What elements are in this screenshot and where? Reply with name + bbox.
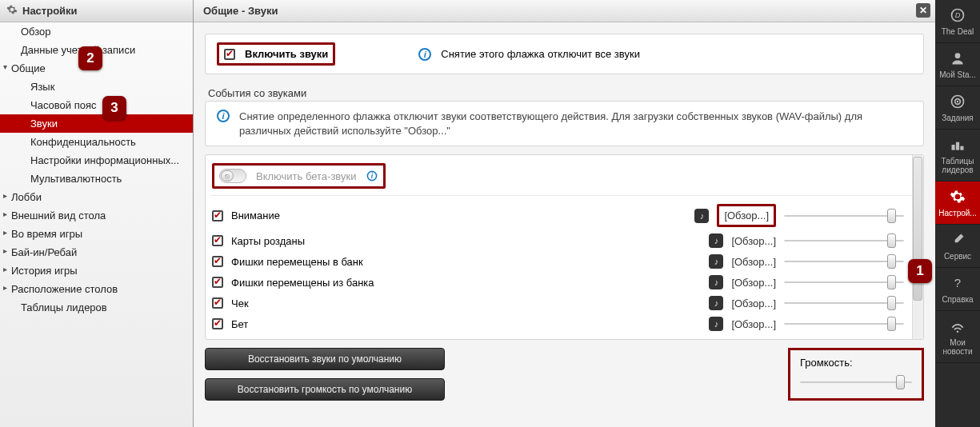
sidebar-group[interactable]: Во время игры — [0, 225, 193, 243]
svg-point-10 — [957, 330, 959, 333]
sidebar-item[interactable]: Язык — [0, 78, 193, 96]
browse-button[interactable]: [Обзор...] — [731, 297, 776, 309]
rail-item-label: Мои новости — [935, 338, 980, 356]
rail-item-deal[interactable]: DThe Deal — [935, 0, 980, 43]
sound-volume-slider[interactable] — [784, 277, 904, 288]
sound-checkbox[interactable] — [212, 210, 223, 221]
sound-name: Внимание — [231, 210, 686, 221]
sidebar-item[interactable]: Настройки информационных... — [0, 151, 193, 170]
right-rail: 1 DThe DealМой Sta...ЗаданияТаблицы лиде… — [935, 0, 980, 427]
sound-checkbox[interactable] — [212, 297, 223, 309]
sound-name: Бет — [231, 318, 701, 330]
tools-icon — [949, 231, 966, 249]
master-volume-slider[interactable] — [800, 377, 912, 388]
news-icon — [949, 317, 966, 335]
info-icon[interactable]: i — [367, 171, 378, 182]
rail-item-label: Справка — [940, 295, 974, 304]
rail-item-label: Таблицы лидеров — [935, 157, 980, 174]
rail-item-news[interactable]: Мои новости — [935, 311, 980, 363]
enable-sounds-checkbox[interactable] — [224, 49, 235, 60]
sound-checkbox[interactable] — [212, 277, 223, 288]
sidebar-item[interactable]: Конфиденциальность — [0, 133, 193, 151]
callout-2: 2 — [78, 46, 102, 70]
svg-point-5 — [957, 101, 959, 103]
sidebar-item[interactable]: Обзор — [0, 22, 193, 41]
svg-rect-7 — [956, 142, 959, 150]
browse-button[interactable]: [Обзор...] — [731, 277, 776, 289]
sound-row: Фишки перемещены в банк[Обзор...] — [210, 251, 918, 272]
close-button[interactable]: ✕ — [916, 3, 930, 18]
rail-item-tools[interactable]: Сервис — [935, 225, 980, 268]
rail-item-user[interactable]: Мой Sta... — [935, 43, 980, 86]
sidebar-title: Настройки — [22, 5, 78, 17]
sidebar-group[interactable]: Расположение столов — [0, 280, 193, 298]
rail-item-label: The Deal — [940, 27, 976, 36]
sound-list: ⦸ Включить бета-звуки i Внимание[Обзор..… — [205, 154, 924, 340]
sidebar-list: ОбзорДанные учетной записиОбщиеЯзыкЧасов… — [0, 22, 193, 427]
main-header: Общие - Звуки ✕ — [194, 0, 935, 22]
svg-rect-6 — [952, 145, 955, 150]
sound-name: Чек — [231, 297, 701, 309]
sidebar-item[interactable]: Мультивалютность — [0, 170, 193, 188]
sound-checkbox[interactable] — [212, 256, 223, 267]
sound-volume-slider[interactable] — [784, 318, 904, 329]
info-icon: i — [418, 48, 431, 61]
play-sound-button[interactable] — [709, 275, 723, 289]
rail-item-target[interactable]: Задания — [935, 86, 980, 130]
page-title: Общие - Звуки — [203, 5, 278, 17]
sound-name: Фишки перемещены в банк — [231, 256, 701, 268]
svg-rect-8 — [960, 146, 963, 150]
sound-volume-slider[interactable] — [784, 210, 904, 221]
sidebar-group[interactable]: Лобби — [0, 188, 193, 206]
rail-item-label: Сервис — [942, 252, 973, 261]
enable-sounds-hint: Снятие этого флажка отключит все звуки — [441, 48, 640, 60]
beta-sounds-label: Включить бета-звуки — [256, 170, 356, 182]
rail-item-help[interactable]: ?Справка — [935, 268, 980, 311]
sidebar-group[interactable]: История игры — [0, 261, 193, 280]
footer: Восстановить звуки по умолчанию Восстано… — [205, 348, 924, 401]
sidebar-group[interactable]: Внешний вид стола — [0, 206, 193, 225]
enable-sounds-label: Включить звуки — [245, 48, 328, 60]
svg-text:?: ? — [954, 276, 961, 289]
svg-point-2 — [955, 53, 961, 58]
info-icon: i — [217, 110, 230, 122]
play-sound-button[interactable] — [709, 317, 723, 331]
browse-button[interactable]: [Обзор...] — [731, 256, 776, 268]
play-sound-button[interactable] — [709, 254, 723, 269]
sidebar-item[interactable]: Часовой пояс — [0, 96, 193, 114]
callout-3: 3 — [102, 96, 126, 120]
user-icon — [949, 50, 966, 67]
sound-volume-slider[interactable] — [784, 256, 904, 267]
gear-icon — [949, 188, 966, 206]
scrollbar[interactable] — [912, 155, 923, 339]
rail-item-gear[interactable]: Настрой... — [935, 182, 980, 225]
sound-volume-slider[interactable] — [784, 297, 904, 309]
sound-checkbox[interactable] — [212, 235, 223, 246]
events-hint: Снятие определенного флажка отключит зву… — [239, 110, 912, 138]
gear-icon — [6, 4, 18, 18]
browse-button[interactable]: [Обзор...] — [731, 235, 776, 247]
rail-item-label: Мой Sta... — [938, 70, 978, 79]
sound-name: Фишки перемещены из банка — [231, 277, 701, 289]
play-sound-button[interactable] — [709, 233, 723, 248]
sound-checkbox[interactable] — [212, 318, 223, 329]
sidebar-group[interactable]: Бай-ин/Ребай — [0, 243, 193, 261]
deal-icon: D — [949, 6, 966, 24]
sidebar-item[interactable]: Таблицы лидеров — [0, 298, 193, 317]
settings-sidebar: Настройки ОбзорДанные учетной записиОбщи… — [0, 0, 194, 427]
help-icon: ? — [949, 274, 966, 292]
play-sound-button[interactable] — [709, 296, 723, 310]
restore-volume-button[interactable]: Восстановить громкость по умолчанию — [205, 378, 445, 401]
restore-sounds-button[interactable]: Восстановить звуки по умолчанию — [205, 348, 445, 370]
sidebar-item[interactable]: Звуки — [0, 114, 193, 133]
rail-item-label: Задания — [940, 114, 975, 122]
events-section-title: События со звуками — [205, 82, 924, 101]
browse-button[interactable]: [Обзор...] — [717, 204, 776, 227]
sound-volume-slider[interactable] — [784, 235, 904, 246]
play-sound-button[interactable] — [694, 209, 709, 223]
rail-item-podium[interactable]: Таблицы лидеров — [935, 130, 980, 182]
browse-button[interactable]: [Обзор...] — [731, 318, 776, 330]
beta-sounds-toggle[interactable]: ⦸ — [219, 169, 246, 183]
beta-sounds-highlight: ⦸ Включить бета-звуки i — [212, 163, 386, 189]
sound-name: Карты розданы — [231, 235, 701, 247]
